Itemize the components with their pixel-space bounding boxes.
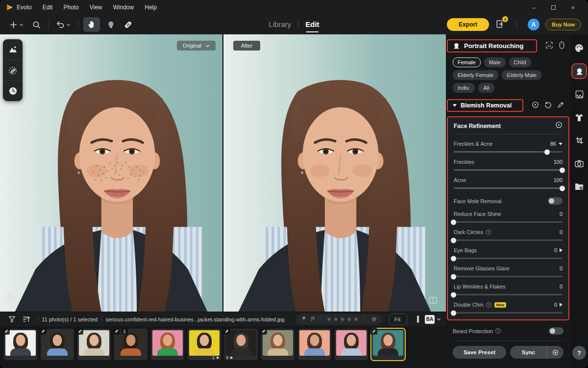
menu-window[interactable]: Window bbox=[108, 0, 140, 15]
avatar[interactable]: A bbox=[528, 19, 539, 30]
buy-now-button[interactable]: Buy Now bbox=[545, 19, 581, 30]
expand-arrow-icon[interactable] bbox=[560, 303, 563, 307]
flag-reject-icon[interactable] bbox=[310, 315, 316, 324]
chip-female[interactable]: Female bbox=[453, 57, 481, 67]
slider-knob[interactable] bbox=[451, 219, 456, 225]
original-label-dropdown[interactable]: Original bbox=[177, 41, 216, 51]
thumbnail-1[interactable] bbox=[4, 329, 37, 360]
camera-panel-icon[interactable] bbox=[572, 157, 586, 170]
thumbnail-10[interactable] bbox=[335, 329, 368, 360]
slider-knob[interactable] bbox=[451, 292, 456, 297]
undo-button[interactable] bbox=[53, 17, 73, 32]
thumbnail-11-selected[interactable] bbox=[371, 329, 405, 360]
slider-knob[interactable] bbox=[451, 256, 456, 261]
thumbnail-2[interactable] bbox=[41, 329, 74, 360]
canvas-color-swatch[interactable] bbox=[417, 315, 419, 323]
menu-view[interactable]: View bbox=[84, 0, 108, 15]
chevron-down-icon[interactable] bbox=[559, 143, 563, 145]
slider-track[interactable] bbox=[454, 276, 563, 277]
help-icon[interactable]: ? bbox=[486, 230, 491, 235]
slider-track[interactable] bbox=[454, 312, 563, 314]
thumbnail-7[interactable]: 3★ bbox=[224, 329, 258, 360]
background-panel-icon[interactable] bbox=[572, 87, 586, 101]
beard-protection-toggle[interactable] bbox=[549, 327, 564, 335]
slider-knob[interactable] bbox=[560, 185, 565, 191]
menu-photo[interactable]: Photo bbox=[58, 0, 84, 15]
after-pane[interactable]: After bbox=[223, 34, 446, 312]
export-queue-button[interactable]: 3 bbox=[495, 19, 506, 30]
color-palette-icon[interactable] bbox=[572, 41, 586, 55]
star-rating[interactable]: ★★★★★ bbox=[326, 315, 360, 323]
pan-hand-tool[interactable] bbox=[83, 17, 100, 32]
minimize-button[interactable]: – bbox=[530, 4, 537, 11]
thumbnail-8[interactable] bbox=[261, 329, 294, 360]
split-view-icon[interactable] bbox=[429, 297, 437, 306]
help-icon[interactable]: ? bbox=[495, 328, 501, 334]
history-clock-button[interactable] bbox=[3, 80, 23, 101]
slider-track[interactable] bbox=[454, 169, 563, 171]
search-button[interactable] bbox=[30, 17, 43, 32]
sync-button[interactable]: Sync bbox=[510, 346, 547, 359]
slider-knob[interactable] bbox=[560, 167, 565, 173]
adjustments-tool-button[interactable] bbox=[3, 39, 23, 60]
thumbnail-5[interactable] bbox=[151, 329, 184, 360]
flag-pick-icon[interactable] bbox=[301, 315, 307, 324]
thumbnail-6[interactable]: 1★ bbox=[188, 329, 221, 360]
clothing-panel-icon[interactable] bbox=[572, 110, 586, 124]
slider-track[interactable] bbox=[454, 221, 563, 223]
chip-all[interactable]: All bbox=[478, 83, 494, 93]
crop-panel-icon[interactable] bbox=[572, 133, 586, 147]
portrait-panel-icon[interactable] bbox=[572, 64, 586, 78]
before-after-toggle[interactable]: BA bbox=[425, 315, 441, 324]
body-detect-icon[interactable] bbox=[559, 41, 564, 51]
menu-edit[interactable]: Edit bbox=[37, 0, 58, 15]
chip-indiv[interactable]: Indiv. bbox=[453, 83, 475, 93]
color-label-dot[interactable] bbox=[372, 317, 376, 321]
help-button[interactable]: ? bbox=[572, 346, 586, 360]
filter-icon[interactable] bbox=[5, 315, 19, 323]
edit-pencil-icon[interactable] bbox=[557, 101, 564, 110]
slider-track[interactable] bbox=[454, 239, 563, 241]
save-preset-button[interactable]: Save Preset bbox=[453, 346, 506, 359]
thumbnail-9[interactable] bbox=[298, 329, 331, 360]
close-button[interactable]: × bbox=[569, 4, 576, 11]
slider-knob[interactable] bbox=[451, 237, 456, 243]
add-photos-button[interactable] bbox=[7, 17, 26, 32]
thumbnail-4[interactable] bbox=[114, 329, 147, 360]
slider-track[interactable] bbox=[454, 151, 563, 153]
thumbnail-3[interactable] bbox=[77, 329, 111, 360]
export-files-panel-icon[interactable] bbox=[572, 180, 586, 193]
mask-selection-tool-button[interactable] bbox=[3, 60, 23, 80]
preview-eye-icon[interactable] bbox=[532, 101, 539, 110]
face-mole-removal-toggle[interactable] bbox=[548, 197, 563, 205]
slider-track[interactable] bbox=[454, 294, 563, 295]
chip-elderly-female[interactable]: Elderly Female bbox=[453, 70, 498, 80]
slider-knob[interactable] bbox=[451, 274, 456, 279]
portrait-retouching-header[interactable]: Portrait Retouching bbox=[447, 39, 537, 53]
zoom-1to1-button[interactable]: 1:1 bbox=[405, 314, 407, 325]
chip-male[interactable]: Male bbox=[484, 57, 506, 67]
sync-settings-icon[interactable] bbox=[547, 346, 564, 359]
reset-icon[interactable] bbox=[544, 101, 552, 110]
chip-elderly-male[interactable]: Elderly Male bbox=[502, 70, 541, 80]
export-button[interactable]: Export bbox=[447, 18, 489, 31]
slider-knob[interactable] bbox=[451, 310, 456, 315]
slider-track[interactable] bbox=[454, 258, 563, 259]
expand-arrow-icon[interactable] bbox=[560, 248, 563, 252]
menu-help[interactable]: Help bbox=[139, 0, 162, 15]
blemish-removal-section-header[interactable]: Blemish Removal bbox=[447, 99, 523, 112]
slider-knob[interactable] bbox=[544, 149, 550, 155]
healing-bandage-tool[interactable] bbox=[121, 17, 135, 32]
slider-track[interactable] bbox=[454, 187, 563, 189]
original-pane[interactable]: Original bbox=[0, 34, 222, 312]
sort-icon[interactable] bbox=[19, 315, 34, 323]
face-detect-icon[interactable] bbox=[545, 41, 553, 51]
help-icon[interactable]: ? bbox=[486, 302, 491, 308]
info-icon[interactable] bbox=[5, 294, 13, 304]
chip-child[interactable]: Child bbox=[509, 57, 531, 67]
card-preview-eye-icon[interactable] bbox=[555, 121, 563, 131]
tab-edit[interactable]: Edit bbox=[305, 15, 319, 34]
menu-evoto[interactable]: Evoto bbox=[17, 0, 37, 15]
zoom-fit-button[interactable]: Fit bbox=[390, 314, 405, 325]
touch-retouch-tool[interactable] bbox=[105, 17, 117, 32]
